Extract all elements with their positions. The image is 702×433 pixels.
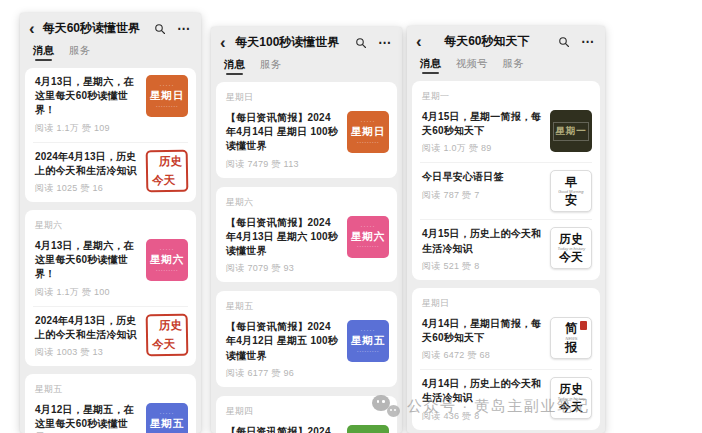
group-date-label: 星期五	[226, 300, 389, 313]
tab-services[interactable]: 服务	[503, 57, 524, 75]
tab-services[interactable]: 服务	[260, 58, 281, 76]
more-icon[interactable]: ⋯	[177, 24, 191, 34]
history-today-seal-icon: 历史今天	[146, 313, 189, 356]
article-title: 4月14日，历史上的今天和生活冷知识	[422, 377, 542, 405]
friday-badge-icon: 星期五	[347, 320, 389, 362]
message-group-card: 星期五4月12日，星期五，在这里每天60秒读懂世界！阅读 1.3万 赞 120星…	[25, 374, 196, 433]
screenshot-canvas: ‹每天60秒读懂世界⋯消息服务4月13日，星期六，在这里每天60秒读懂世界！阅读…	[0, 0, 702, 433]
article-stats: 阅读 6177 赞 96	[226, 367, 339, 380]
article-stats: 阅读 1.1万 赞 100	[35, 286, 138, 299]
article-text: 【每日资讯简报】2024年4月12日 星期五 100秒读懂世界阅读 6177 赞…	[224, 320, 339, 380]
message-group-card: 4月13日，星期六，在这里每天60秒读懂世界！阅读 1.1万 赞 109星期日2…	[25, 68, 196, 202]
search-icon[interactable]	[558, 36, 570, 48]
message-group-card: 星期五【每日资讯简报】2024年4月12日 星期五 100秒读懂世界阅读 617…	[216, 291, 397, 387]
article-text: 4月13日，星期六，在这里每天60秒读懂世界！阅读 1.1万 赞 109	[33, 75, 138, 135]
article-title: 4月13日，星期六，在这里每天60秒读懂世界！	[35, 75, 138, 118]
good-morning-icon: 早Good Morning安	[550, 170, 592, 212]
article-item[interactable]: 2024年4月13日，历史上的今天和生活冷知识阅读 1025 赞 16历史今天	[33, 142, 188, 195]
icon-label: 今天	[152, 173, 182, 187]
panel-header: ‹每天100秒读懂世界⋯	[211, 27, 402, 54]
more-icon[interactable]: ⋯	[378, 38, 392, 48]
icon-label: 今天	[152, 337, 182, 351]
phone-panel-100s-world: ‹每天100秒读懂世界⋯消息服务星期日【每日资讯简报】2024年4月14日 星期…	[211, 27, 402, 433]
article-item[interactable]: 4月13日，星期六，在这里每天60秒读懂世界！阅读 1.1万 赞 100星期六	[33, 239, 188, 299]
icon-label: 报	[565, 341, 577, 354]
article-title: 4月13日，星期六，在这里每天60秒读懂世界！	[35, 239, 138, 282]
tab-messages[interactable]: 消息	[33, 44, 54, 62]
header-actions: ⋯	[154, 23, 191, 35]
briefing-icon: 简NEWS报	[550, 317, 592, 359]
search-icon[interactable]	[355, 37, 367, 49]
article-text: 4月12日，星期五，在这里每天60秒读懂世界！阅读 1.3万 赞 120	[33, 403, 138, 433]
tab-bar: 消息视频号服务	[407, 53, 605, 81]
message-group-card: 星期日4月14日，星期日简报，每天60秒知天下阅读 6472 赞 68简NEWS…	[412, 288, 600, 430]
monday-photo-icon: 星期一	[550, 110, 592, 152]
article-stats: 阅读 1025 赞 16	[35, 182, 138, 195]
article-stats: 阅读 7479 赞 113	[226, 158, 339, 171]
article-stats: 阅读 1.0万 赞 89	[422, 142, 542, 155]
icon-label: 星期六	[150, 252, 185, 268]
panel-header: ‹每天60秒读懂世界⋯	[20, 13, 201, 40]
icon-label: 历史	[152, 154, 182, 168]
tab-messages[interactable]: 消息	[224, 58, 245, 76]
article-item[interactable]: 【每日资讯简报】2024年4月12日 星期五 100秒读懂世界阅读 6177 赞…	[224, 320, 389, 380]
article-stats: 阅读 1003 赞 13	[35, 346, 138, 359]
group-date-label: 星期六	[35, 219, 188, 232]
article-item[interactable]: 4月15日，历史上的今天和生活冷知识阅读 521 赞 8历史Today in h…	[420, 219, 592, 272]
group-date-label: 星期一	[422, 90, 592, 103]
icon-label: 历史	[559, 233, 583, 246]
article-item[interactable]: 4月14日，历史上的今天和生活冷知识阅读 436 赞 8历史Today in h…	[420, 369, 592, 422]
phone-panel-60s-tianxia: ‹每天60秒知天下⋯消息视频号服务星期一4月15日，星期一简报，每天60秒知天下…	[407, 26, 605, 433]
article-item[interactable]: 2024年4月13日，历史上的今天和生活冷知识阅读 1003 赞 13历史今天	[33, 306, 188, 359]
tab-services[interactable]: 服务	[69, 44, 90, 62]
icon-label: 星期一	[553, 122, 589, 141]
icon-label: 今天	[559, 401, 583, 414]
tab-channels[interactable]: 视频号	[456, 57, 488, 75]
account-title: 每天60秒读懂世界	[35, 20, 148, 37]
icon-label: 星期五	[150, 416, 185, 432]
article-item[interactable]: 4月12日，星期五，在这里每天60秒读懂世界！阅读 1.3万 赞 120星期五	[33, 403, 188, 433]
article-item[interactable]: 4月15日，星期一简报，每天60秒知天下阅读 1.0万 赞 89星期一	[420, 110, 592, 155]
article-text: 4月14日，星期日简报，每天60秒知天下阅读 6472 赞 68	[420, 317, 542, 362]
icon-small-label: Today in history	[557, 246, 585, 251]
saturday-badge-icon: 星期六	[347, 216, 389, 258]
thursday-badge-icon: 星期四	[347, 425, 389, 433]
icon-label: 今天	[559, 251, 583, 264]
icon-label: 历史	[559, 383, 583, 396]
article-title: 4月12日，星期五，在这里每天60秒读懂世界！	[35, 403, 138, 433]
article-text: 2024年4月13日，历史上的今天和生活冷知识阅读 1025 赞 16	[33, 150, 138, 195]
tab-messages[interactable]: 消息	[420, 57, 441, 75]
sunday-badge-icon: 星期日	[146, 75, 188, 117]
group-date-label: 星期五	[35, 383, 188, 396]
message-group-card: 星期六4月13日，星期六，在这里每天60秒读懂世界！阅读 1.1万 赞 100星…	[25, 210, 196, 366]
article-item[interactable]: 【每日资讯简报】2024年4月11日 星期四 100秒读懂世界阅读 8664 赞…	[224, 425, 389, 433]
article-title: 【每日资讯简报】2024年4月12日 星期五 100秒读懂世界	[226, 320, 339, 363]
article-text: 【每日资讯简报】2024年4月14日 星期日 100秒读懂世界阅读 7479 赞…	[224, 111, 339, 171]
history-today-icon: 历史Today in history今天	[550, 377, 592, 419]
article-text: 4月13日，星期六，在这里每天60秒读懂世界！阅读 1.1万 赞 100	[33, 239, 138, 299]
search-icon[interactable]	[154, 23, 166, 35]
sunday-badge-icon: 星期日	[347, 111, 389, 153]
article-text: 【每日资讯简报】2024年4月11日 星期四 100秒读懂世界阅读 8664 赞…	[224, 425, 339, 433]
friday-badge-icon: 星期五	[146, 403, 188, 433]
message-list: 4月13日，星期六，在这里每天60秒读懂世界！阅读 1.1万 赞 109星期日2…	[20, 68, 201, 433]
history-today-seal-icon: 历史今天	[146, 149, 189, 192]
article-item[interactable]: 【每日资讯简报】2024年4月14日 星期日 100秒读懂世界阅读 7479 赞…	[224, 111, 389, 171]
article-text: 4月14日，历史上的今天和生活冷知识阅读 436 赞 8	[420, 377, 542, 422]
saturday-badge-icon: 星期六	[146, 239, 188, 281]
more-icon[interactable]: ⋯	[581, 37, 595, 47]
icon-label: 历史	[152, 318, 182, 332]
article-item[interactable]: 4月13日，星期六，在这里每天60秒读懂世界！阅读 1.1万 赞 109星期日	[33, 75, 188, 135]
article-text: 4月15日，星期一简报，每天60秒知天下阅读 1.0万 赞 89	[420, 110, 542, 155]
article-stats: 阅读 521 赞 8	[422, 260, 542, 273]
phone-panel-60s-world: ‹每天60秒读懂世界⋯消息服务4月13日，星期六，在这里每天60秒读懂世界！阅读…	[20, 13, 201, 433]
article-item[interactable]: 今日早安心语日签阅读 787 赞 7早Good Morning安	[420, 162, 592, 212]
article-title: 4月14日，星期日简报，每天60秒知天下	[422, 317, 542, 345]
article-item[interactable]: 4月14日，星期日简报，每天60秒知天下阅读 6472 赞 68简NEWS报	[420, 317, 592, 362]
icon-label: 星期日	[351, 124, 386, 140]
icon-small-label: Good Morning	[558, 189, 583, 194]
article-item[interactable]: 【每日资讯简报】2024年4月13日 星期六 100秒读懂世界阅读 7079 赞…	[224, 216, 389, 276]
icon-label: 简	[565, 322, 577, 335]
message-group-card: 星期四【每日资讯简报】2024年4月11日 星期四 100秒读懂世界阅读 866…	[216, 396, 397, 433]
article-title: 2024年4月13日，历史上的今天和生活冷知识	[35, 150, 138, 178]
